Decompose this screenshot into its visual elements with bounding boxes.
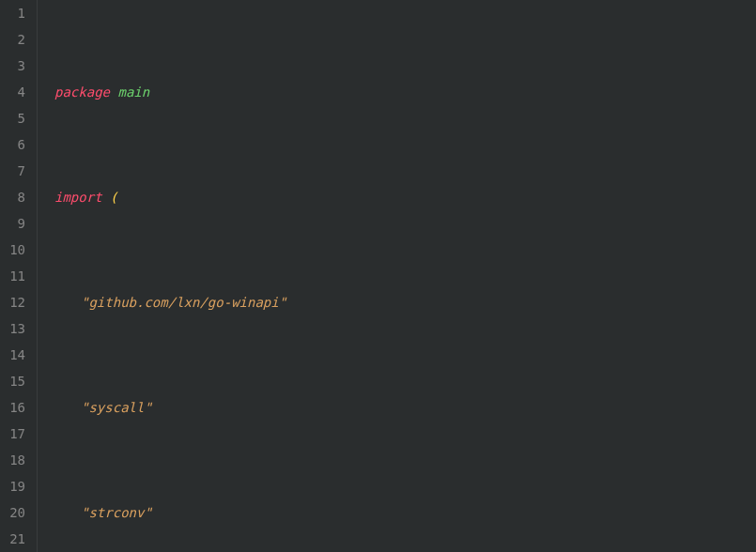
line-number: 10 <box>8 237 25 263</box>
line-number: 14 <box>8 342 25 368</box>
code-line: "github.com/lxn/go-winapi" <box>54 289 632 315</box>
line-number: 21 <box>8 526 25 552</box>
line-number: 19 <box>8 473 25 499</box>
line-number: 1 <box>8 0 25 26</box>
line-number: 17 <box>8 421 25 447</box>
code-line: package main <box>54 79 632 105</box>
line-number: 6 <box>8 131 25 158</box>
line-number: 5 <box>8 105 25 131</box>
line-number: 11 <box>8 263 25 289</box>
line-number: 3 <box>8 53 25 79</box>
line-number: 16 <box>8 394 25 421</box>
line-number-gutter: 1 2 3 4 5 6 7 8 9 10 11 12 13 14 15 16 1… <box>0 0 38 552</box>
line-number: 7 <box>8 158 25 184</box>
line-number: 15 <box>8 368 25 394</box>
line-number: 2 <box>8 26 25 53</box>
code-editor: 1 2 3 4 5 6 7 8 9 10 11 12 13 14 15 16 1… <box>0 0 756 552</box>
code-line: import ( <box>54 184 632 210</box>
code-line: "strconv" <box>54 499 632 526</box>
code-line: "syscall" <box>54 394 632 421</box>
line-number: 4 <box>8 79 25 105</box>
line-number: 8 <box>8 184 25 210</box>
line-number: 12 <box>8 289 25 315</box>
line-number: 13 <box>8 315 25 342</box>
code-area[interactable]: package main import ( "github.com/lxn/go… <box>38 0 632 552</box>
line-number: 9 <box>8 210 25 237</box>
line-number: 20 <box>8 499 25 526</box>
line-number: 18 <box>8 447 25 473</box>
